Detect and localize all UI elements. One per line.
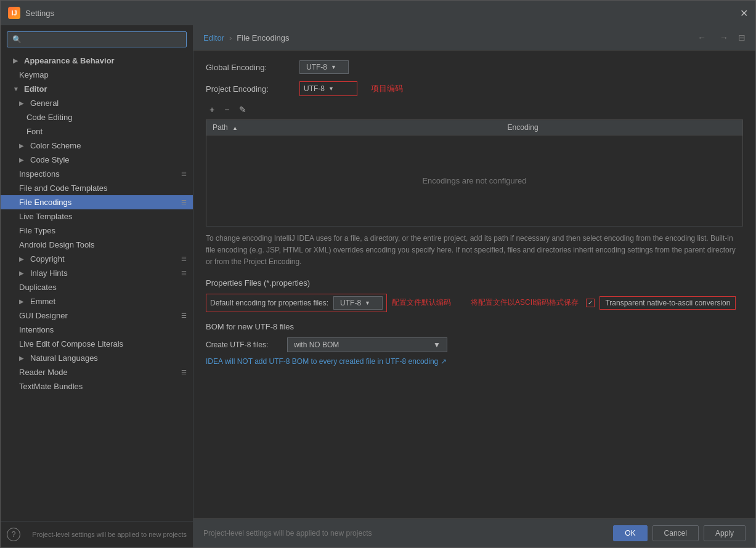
- table-toolbar: + − ✎: [206, 103, 743, 116]
- sidebar-item-copyright[interactable]: ▶ Copyright ☰: [1, 252, 193, 266]
- bom-section-title: BOM for new UTF-8 files: [206, 322, 743, 331]
- sidebar-item-label: File Types: [19, 226, 55, 235]
- sidebar-item-label: GUI Designer: [19, 311, 68, 320]
- breadcrumb-current: File Encodings: [237, 33, 289, 42]
- sidebar-item-inspections[interactable]: Inspections ☰: [1, 167, 193, 181]
- sidebar-item-textmate-bundles[interactable]: TextMate Bundles: [1, 379, 193, 393]
- expand-arrow: ▶: [19, 298, 26, 305]
- sidebar-item-label: Duplicates: [19, 283, 57, 292]
- remove-button[interactable]: −: [221, 103, 233, 116]
- title-bar-left: IJ Settings: [8, 7, 54, 19]
- dropdown-arrow-icon: ▼: [433, 340, 441, 349]
- sidebar-item-keymap[interactable]: Keymap: [1, 68, 193, 82]
- panel-header: Editor › File Encodings ← → ⊟: [193, 25, 755, 50]
- edit-button[interactable]: ✎: [235, 103, 250, 116]
- create-utf8-value: with NO BOM: [294, 340, 339, 349]
- settings-badge: ☰: [181, 171, 187, 177]
- global-encoding-label: Global Encoding:: [206, 63, 292, 72]
- expand-arrow: ▶: [19, 256, 26, 262]
- footer-buttons: OK Cancel Apply: [613, 525, 746, 541]
- sidebar-item-file-encodings[interactable]: File Encodings ☰: [1, 195, 193, 209]
- sidebar-item-reader-mode[interactable]: Reader Mode ☰: [1, 365, 193, 379]
- sidebar: ▶ Appearance & Behavior Keymap ▼ Editor …: [1, 25, 193, 547]
- sidebar-item-file-and-code-templates[interactable]: File and Code Templates: [1, 181, 193, 195]
- bom-note-link[interactable]: UTF-8 BOM: [269, 357, 309, 366]
- breadcrumb: Editor › File Encodings: [203, 33, 290, 42]
- sidebar-item-editor[interactable]: ▼ Editor: [1, 82, 193, 96]
- main-content: ▶ Appearance & Behavior Keymap ▼ Editor …: [1, 25, 755, 547]
- sidebar-item-label: Color Scheme: [30, 141, 81, 150]
- encoding-table: Path ▲ Encoding Encodings are not config…: [206, 119, 743, 227]
- sidebar-item-file-types[interactable]: File Types: [1, 224, 193, 238]
- back-arrow[interactable]: ←: [694, 31, 710, 44]
- sidebar-item-label: Keymap: [19, 70, 49, 79]
- sidebar-item-inlay-hints[interactable]: ▶ Inlay Hints ☰: [1, 266, 193, 280]
- dialog-footer: Project-level settings will be applied t…: [193, 518, 755, 547]
- forward-arrow[interactable]: →: [716, 31, 732, 44]
- expand-arrow: ▶: [19, 156, 26, 163]
- sidebar-item-appearance-behavior[interactable]: ▶ Appearance & Behavior: [1, 54, 193, 68]
- cancel-button[interactable]: Cancel: [652, 525, 699, 541]
- create-utf8-label: Create UTF-8 files:: [206, 340, 280, 349]
- sidebar-item-live-templates[interactable]: Live Templates: [1, 209, 193, 224]
- default-encoding-chinese-annotation: 配置文件默认编码: [392, 297, 451, 308]
- sidebar-item-label: Copyright: [30, 254, 65, 264]
- default-encoding-dropdown[interactable]: UTF-8 ▼: [333, 296, 383, 310]
- expand-arrow: ▶: [19, 270, 26, 276]
- close-button[interactable]: ✕: [740, 7, 748, 19]
- transparent-label: Transparent native-to-ascii conversion: [600, 296, 736, 310]
- breadcrumb-editor[interactable]: Editor: [203, 33, 224, 42]
- properties-grid: Default encoding for properties files: U…: [206, 294, 743, 312]
- sidebar-item-natural-languages[interactable]: ▶ Natural Languages: [1, 351, 193, 365]
- sidebar-item-label: File and Code Templates: [19, 183, 108, 193]
- project-encoding-dropdown[interactable]: UTF-8 ▼: [304, 84, 353, 93]
- settings-badge: ☰: [181, 270, 187, 276]
- sidebar-item-label: Live Edit of Compose Literals: [19, 339, 123, 349]
- sidebar-item-label: General: [30, 99, 59, 108]
- ok-button[interactable]: OK: [613, 525, 647, 541]
- search-input[interactable]: [7, 31, 187, 47]
- sidebar-item-live-edit-compose[interactable]: Live Edit of Compose Literals: [1, 337, 193, 351]
- transparent-conversion-wrapper: 将配置文件以ASCII编码格式保存 ✓ Transparent native-t…: [471, 296, 736, 310]
- apply-button[interactable]: Apply: [704, 525, 746, 541]
- add-button[interactable]: +: [206, 103, 218, 116]
- sidebar-item-label: Live Templates: [19, 212, 72, 221]
- properties-section-title: Properties Files (*.properties): [206, 278, 743, 288]
- bom-row: Create UTF-8 files: with NO BOM ▼: [206, 337, 743, 352]
- transparent-chinese-annotation: 将配置文件以ASCII编码格式保存: [471, 297, 579, 308]
- pin-icon[interactable]: ⊟: [738, 33, 746, 42]
- sidebar-item-gui-designer[interactable]: GUI Designer ☰: [1, 308, 193, 323]
- sidebar-item-intentions[interactable]: Intentions: [1, 323, 193, 337]
- transparent-checkbox[interactable]: ✓: [586, 299, 595, 307]
- sidebar-item-font[interactable]: Font: [1, 124, 193, 139]
- app-icon: IJ: [8, 7, 20, 19]
- expand-arrow: ▶: [19, 355, 26, 361]
- sidebar-item-label: TextMate Bundles: [19, 382, 83, 391]
- global-encoding-dropdown[interactable]: UTF-8 ▼: [299, 60, 349, 74]
- sidebar-item-duplicates[interactable]: Duplicates: [1, 280, 193, 294]
- table-header-path[interactable]: Path ▲: [206, 120, 502, 135]
- expand-arrow: ▶: [13, 57, 20, 64]
- sidebar-hint-text: Project-level settings will be applied t…: [32, 531, 187, 538]
- sidebar-item-label: Editor: [24, 84, 47, 94]
- sidebar-item-android-design-tools[interactable]: Android Design Tools: [1, 238, 193, 252]
- default-encoding-value: UTF-8: [340, 299, 361, 307]
- sidebar-item-color-scheme[interactable]: ▶ Color Scheme: [1, 139, 193, 153]
- table-header-encoding[interactable]: Encoding: [502, 120, 743, 135]
- sidebar-item-general[interactable]: ▶ General: [1, 96, 193, 110]
- sidebar-item-label: Code Editing: [26, 113, 72, 122]
- create-utf8-dropdown[interactable]: with NO BOM ▼: [287, 337, 447, 352]
- expand-arrow: ▶: [19, 100, 26, 107]
- help-icon[interactable]: ?: [7, 528, 20, 541]
- sidebar-item-emmet[interactable]: ▶ Emmet: [1, 294, 193, 308]
- sidebar-item-label: Android Design Tools: [19, 240, 95, 249]
- default-encoding-box-wrapper: Default encoding for properties files: U…: [206, 294, 451, 312]
- sidebar-item-code-editing[interactable]: Code Editing: [1, 110, 193, 124]
- footer-hint: Project-level settings will be applied t…: [203, 529, 372, 538]
- project-encoding-label: Project Encoding:: [206, 84, 292, 94]
- sidebar-item-code-style[interactable]: ▶ Code Style: [1, 153, 193, 167]
- project-encoding-row: Project Encoding: UTF-8 ▼ 项目编码: [206, 81, 743, 96]
- sidebar-item-label: Appearance & Behavior: [24, 56, 115, 65]
- sidebar-item-label: File Encodings: [19, 198, 71, 207]
- properties-section: Properties Files (*.properties) Default …: [206, 278, 743, 312]
